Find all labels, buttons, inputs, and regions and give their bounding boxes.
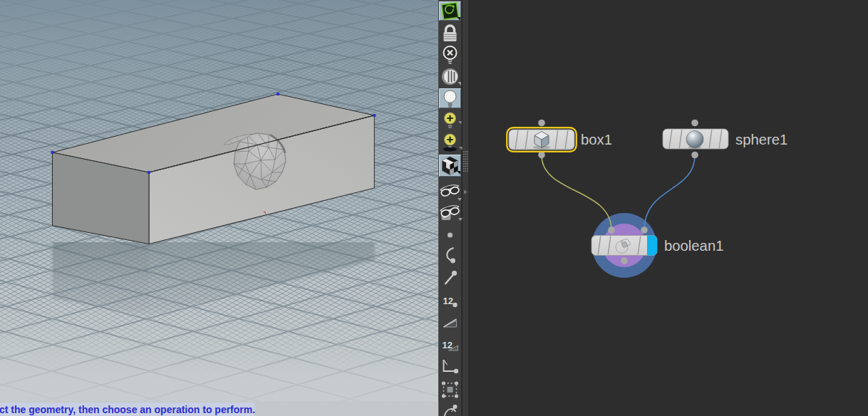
svg-text:12: 12 [443, 296, 453, 306]
svg-text:sphere1: sphere1 [735, 132, 787, 147]
svg-text:boolean1: boolean1 [664, 238, 723, 254]
svg-text:box1: box1 [581, 132, 612, 147]
svg-text:ct the geometry, then choose a: ct the geometry, then choose an operatio… [0, 404, 255, 415]
